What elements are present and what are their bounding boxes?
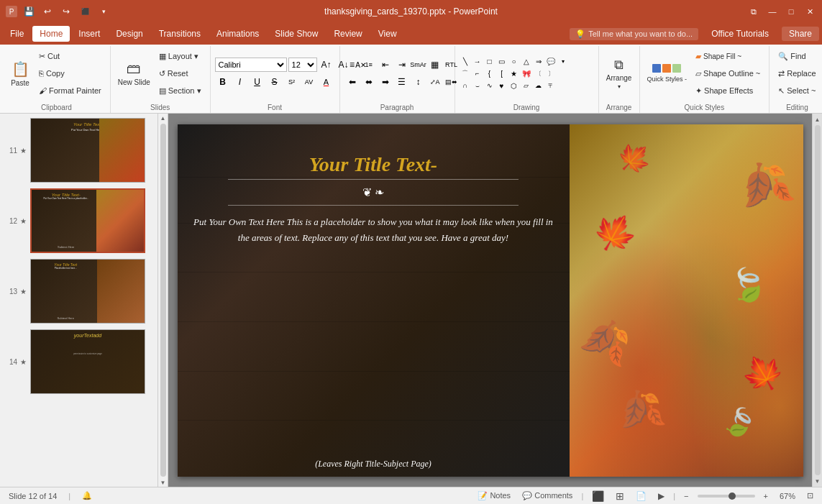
shape-misc2[interactable]: 〕 [545, 68, 557, 79]
menu-animations[interactable]: Animations [209, 26, 266, 42]
shape-rtarrow[interactable]: ⇒ [533, 55, 544, 67]
shape-brace[interactable]: { [484, 68, 496, 79]
shape-ribbon[interactable]: 🎀 [521, 68, 532, 79]
slide-item-11[interactable]: 11 ★ Your Title Text- Put Your Own Text … [3, 116, 155, 184]
italic-button[interactable]: I [232, 74, 248, 90]
restore-button[interactable]: ⧉ [747, 5, 760, 18]
close-button[interactable]: ✕ [803, 5, 816, 18]
shape-triangle[interactable]: △ [521, 55, 532, 67]
quick-styles-button[interactable]: Quick Styles - [644, 53, 690, 93]
find-button[interactable]: 🔍 Find [774, 48, 820, 64]
slide-thumb-12[interactable]: Your Title Text- Put Your Own Text Here … [30, 188, 145, 253]
slideshow-button[interactable]: ▶ [655, 490, 667, 502]
format-painter-button[interactable]: 🖌 Format Painter [35, 83, 106, 98]
slide-panel-scrollbar[interactable]: ▲ ▼ [158, 114, 168, 487]
decrease-indent-button[interactable]: ⇤ [378, 57, 393, 73]
shape-arc[interactable]: ∩ [460, 80, 471, 91]
menu-insert[interactable]: Insert [71, 26, 107, 42]
menu-slideshow[interactable]: Slide Show [268, 26, 325, 42]
slide-canvas[interactable]: Your Title Text- ❦ ❧ Put Your Own Text H… [178, 124, 803, 477]
smartart-button[interactable]: SmAr [411, 57, 426, 73]
shape-hexagon[interactable]: ⬡ [508, 80, 520, 91]
normal-view-button[interactable]: ⬛ [589, 490, 607, 503]
increase-indent-button[interactable]: ⇥ [394, 57, 410, 73]
menu-home[interactable]: Home [32, 26, 70, 42]
align-left-button[interactable]: ⬅ [344, 74, 360, 90]
right-scrollbar[interactable]: ▲ ▼ [812, 114, 822, 487]
arrange-button[interactable]: ⧉ Arrange ▾ [603, 53, 635, 93]
font-color-button[interactable]: A [319, 74, 334, 90]
scroll-down-button[interactable]: ▼ [159, 478, 168, 487]
spacing-button[interactable]: AV [301, 74, 317, 90]
columns-button[interactable]: ▦ [427, 57, 443, 73]
reading-view-button[interactable]: 📄 [633, 490, 649, 502]
shape-connector[interactable]: ⌐ [472, 68, 483, 79]
slide-item-13[interactable]: 13 ★ Your Title Text Placeholder text he… [3, 257, 155, 325]
share-button[interactable]: Share [782, 27, 819, 41]
font-size-select[interactable]: 12 [288, 58, 317, 72]
undo-button[interactable]: ↩ [40, 4, 55, 19]
shape-wave[interactable]: ∿ [484, 80, 496, 91]
shapes-more[interactable]: ▾ [557, 55, 569, 67]
shape-heart[interactable]: ♥ [496, 80, 508, 91]
shape-oval[interactable]: ○ [508, 55, 520, 67]
slide-thumb-11[interactable]: Your Title Text- Put Your Own Text Here.… [30, 118, 145, 183]
shape-arrow[interactable]: → [472, 55, 483, 67]
shape-curve[interactable]: ⌒ [460, 68, 471, 79]
strikethrough-button[interactable]: S [267, 74, 283, 90]
redo-button[interactable]: ↪ [59, 4, 73, 19]
scroll-up-button[interactable]: ▲ [159, 114, 168, 122]
notes-button[interactable]: 📝 Notes [475, 490, 513, 501]
select-button[interactable]: ↖ Select ~ [774, 83, 820, 98]
replace-button[interactable]: ⇄ Replace [774, 65, 820, 81]
zoom-level[interactable]: 67% [777, 491, 798, 501]
scroll-thumb[interactable] [160, 124, 166, 477]
canvas-scroll-thumb[interactable] [815, 125, 821, 475]
zoom-slider[interactable] [698, 495, 755, 498]
shape-line[interactable]: ╲ [460, 55, 471, 67]
minimize-button[interactable]: — [766, 5, 779, 18]
slide-footer[interactable]: (Leaves Right Title-Subject Page) [178, 459, 570, 469]
zoom-out-button[interactable]: − [681, 491, 691, 501]
menu-view[interactable]: View [371, 26, 404, 42]
shape-parallelogram[interactable]: ▱ [521, 80, 532, 91]
section-button[interactable]: ▤ Section ▾ [155, 83, 206, 98]
copy-button[interactable]: ⎘ Copy [35, 65, 106, 81]
layout-button[interactable]: ▦ Layout ▾ [155, 48, 206, 64]
shape-misc3[interactable]: 〒 [545, 80, 557, 91]
numbering-button[interactable]: 1≡ [361, 57, 377, 73]
shape-outline-button[interactable]: ▱ Shape Outline ~ [691, 65, 764, 81]
canvas-area[interactable]: Your Title Text- ❦ ❧ Put Your Own Text H… [168, 114, 812, 487]
slide-thumb-14[interactable]: yourTextadd permission to customize page [30, 329, 145, 394]
more-button[interactable]: ▾ [96, 4, 111, 19]
menu-review[interactable]: Review [326, 26, 369, 42]
underline-button[interactable]: U [250, 74, 265, 90]
shape-cloud[interactable]: ☁ [533, 80, 544, 91]
shadow-button[interactable]: S² [284, 74, 300, 90]
save-button[interactable]: 💾 [22, 4, 36, 19]
justify-button[interactable]: ☰ [394, 74, 410, 90]
align-center-button[interactable]: ⬌ [361, 74, 377, 90]
shape-misc1[interactable]: 〔 [533, 68, 544, 79]
shape-rounded-rect[interactable]: ▭ [496, 55, 508, 67]
text-direction-button[interactable]: ⤢A [427, 74, 443, 90]
shape-callout[interactable]: 💬 [545, 55, 557, 67]
slide-title[interactable]: Your Title Text- [309, 153, 437, 176]
slide-panel[interactable]: 11 ★ Your Title Text- Put Your Own Text … [0, 114, 158, 487]
new-slide-button[interactable]: 🗃 New Slide [115, 53, 153, 93]
tell-me-input[interactable]: 💡 Tell me what you want to do... [570, 28, 698, 40]
canvas-scroll-down-button[interactable]: ▼ [813, 477, 822, 485]
cut-button[interactable]: ✂ Cut [35, 48, 106, 64]
reset-button[interactable]: ↺ Reset [155, 65, 206, 81]
menu-design[interactable]: Design [109, 26, 150, 42]
slide-item-12[interactable]: 12 ★ Your Title Text- Put Your Own Text … [3, 187, 155, 255]
slide-body-text[interactable]: Put Your Own Text Here This is a placeho… [192, 214, 555, 246]
slide-sorter-button[interactable]: ⊞ [613, 490, 627, 503]
slide-indicator[interactable]: 🔔 [79, 490, 95, 501]
comments-button[interactable]: 💬 Comments [519, 490, 575, 501]
increase-font-size-button[interactable]: A↑ [319, 57, 334, 73]
font-name-select[interactable]: Calibri [215, 58, 287, 72]
menu-transitions[interactable]: Transitions [152, 26, 208, 42]
line-spacing-button[interactable]: ↕ [411, 74, 426, 90]
slide-thumb-13[interactable]: Your Title Text Placeholder text here...… [30, 259, 145, 324]
